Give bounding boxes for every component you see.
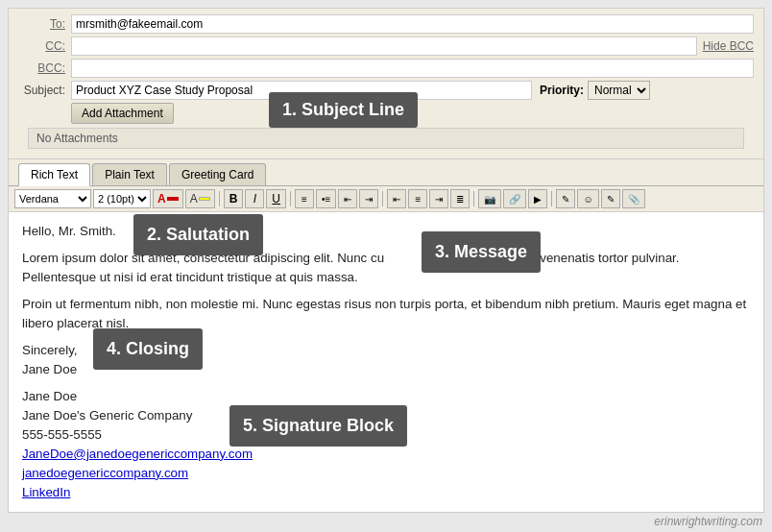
sig-linkedin-link[interactable]: LinkedIn [22, 483, 750, 502]
no-attachments-label: No Attachments [28, 128, 744, 149]
priority-select[interactable]: Normal Low High [588, 81, 650, 100]
unordered-list-button[interactable]: •≡ [316, 189, 336, 208]
sig-email-link[interactable]: JaneDoe@janedoegenericcompany.com [22, 445, 750, 464]
editor-tabs: Rich Text Plain Text Greeting Card [9, 159, 763, 186]
tab-plain-text[interactable]: Plain Text [92, 163, 167, 185]
align-left-button[interactable]: ⇤ [387, 189, 406, 208]
tab-greeting-card[interactable]: Greeting Card [169, 163, 266, 185]
sig-phone: 555-555-5555 [22, 425, 750, 445]
font-select[interactable]: Verdana Arial Times New Roman [14, 189, 91, 208]
cc-label[interactable]: CC: [18, 39, 71, 53]
align-right-button[interactable]: ⇥ [429, 189, 448, 208]
to-label[interactable]: To: [18, 17, 71, 31]
cc-row: CC: Hide BCC [18, 36, 754, 56]
more-options-button[interactable]: ▶ [528, 189, 547, 208]
indent-increase-button[interactable]: ⇥ [359, 189, 378, 208]
closing-line1: Sincerely, [22, 341, 750, 360]
align-justify-button[interactable]: ≣ [450, 189, 470, 208]
edit-source-button[interactable]: ✎ [556, 189, 575, 208]
ordered-list-button[interactable]: ≡ [295, 189, 314, 208]
toolbar-separator-1 [219, 191, 220, 206]
indent-decrease-button[interactable]: ⇤ [338, 189, 357, 208]
paragraph2-text: Proin ut fermentum nibh, non molestie mi… [22, 295, 750, 333]
sig-website-link[interactable]: janedoegenericcompany.com [22, 464, 750, 483]
italic-button[interactable]: I [245, 189, 264, 208]
subject-row: Subject: Priority: Normal Low High [18, 81, 754, 100]
toolbar-separator-4 [473, 191, 474, 206]
insert-link-button[interactable]: 🔗 [503, 189, 526, 208]
attachment-toolbar-button[interactable]: 📎 [622, 189, 645, 208]
toolbar-separator-3 [382, 191, 383, 206]
to-input[interactable] [71, 14, 754, 34]
underline-button[interactable]: U [266, 189, 286, 208]
bcc-label[interactable]: BCC: [18, 61, 71, 75]
subject-label: Subject: [18, 84, 71, 97]
font-color-btn[interactable]: A [153, 189, 183, 208]
email-compose-window: To: CC: Hide BCC BCC: Subject: Priority:… [8, 8, 764, 513]
bold-button[interactable]: B [224, 189, 244, 208]
salutation-text: Hello, Mr. Smith. [22, 222, 750, 241]
align-center-button[interactable]: ≡ [408, 189, 427, 208]
toolbar-separator-5 [551, 191, 552, 206]
signature-button[interactable]: ✎ [601, 189, 620, 208]
formatting-toolbar: Verdana Arial Times New Roman 2 (10pt) 3… [9, 186, 763, 212]
editor-body[interactable]: 2. Salutation 3. Message 4. Closing 5. S… [9, 212, 763, 512]
paragraph1-text: Lorem ipsum dolor sit amet, consectetur … [22, 249, 750, 287]
attachment-row: Add Attachment [18, 103, 754, 124]
emoji-button[interactable]: ☺ [577, 189, 598, 208]
priority-label: Priority: [540, 84, 584, 97]
highlight-color-btn[interactable]: A [185, 189, 215, 208]
sig-company: Jane Doe's Generic Company [22, 406, 750, 425]
font-size-select[interactable]: 2 (10pt) 3 (12pt) 4 (14pt) [93, 189, 151, 208]
closing-line2: Jane Doe [22, 360, 750, 379]
cc-input[interactable] [71, 36, 697, 56]
toolbar-separator-2 [290, 191, 291, 206]
add-attachment-button[interactable]: Add Attachment [71, 103, 174, 124]
watermark: erinwrightwriting.com [654, 515, 762, 528]
tab-rich-text[interactable]: Rich Text [18, 163, 90, 186]
subject-input[interactable] [71, 81, 532, 100]
email-header: To: CC: Hide BCC BCC: Subject: Priority:… [9, 9, 763, 159]
to-row: To: [18, 14, 754, 34]
insert-image-button[interactable]: 📷 [478, 189, 501, 208]
sig-name: Jane Doe [22, 387, 750, 406]
bcc-input[interactable] [71, 59, 754, 78]
bcc-row: BCC: [18, 59, 754, 78]
hide-bcc-button[interactable]: Hide BCC [703, 39, 754, 53]
priority-area: Priority: Normal Low High [540, 81, 650, 100]
